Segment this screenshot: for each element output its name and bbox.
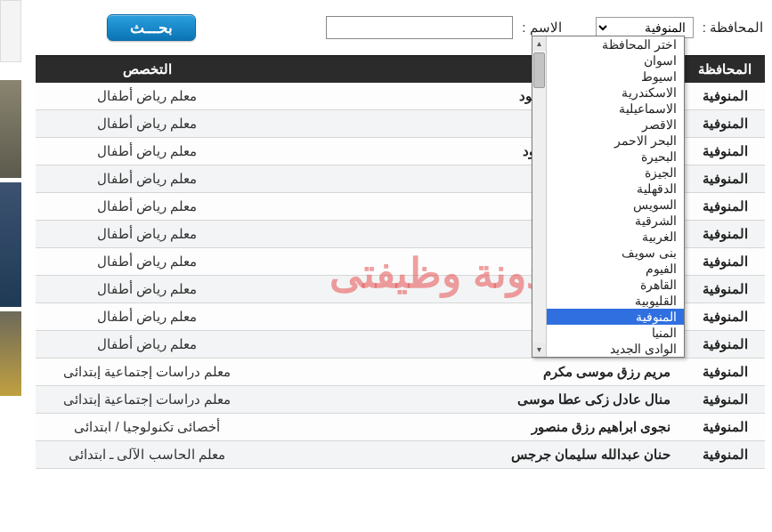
cell-name: حنان عبدالله سليمان جرجس <box>258 441 685 469</box>
cell-governorate: المنوفية <box>685 303 765 331</box>
dropdown-option[interactable]: الدقهلية <box>532 181 684 197</box>
cell-governorate: المنوفية <box>685 359 765 386</box>
dropdown-option[interactable]: القليوبية <box>532 293 684 309</box>
cell-specialty: أخصائى تكنولوجيا / ابتدائى <box>36 414 258 441</box>
cell-specialty: معلم رياض أطفال <box>36 221 258 248</box>
scroll-down-arrow-icon[interactable]: ▾ <box>532 343 546 357</box>
cell-name: نجوى ابراهيم رزق منصور <box>258 414 685 441</box>
cell-specialty: معلم رياض أطفال <box>36 138 258 165</box>
table-row: المنوفيةمنال عادل زكى عطا موسىمعلم دراسا… <box>36 386 765 414</box>
dropdown-option[interactable]: البحيرة <box>532 149 684 165</box>
cell-specialty: معلم دراسات إجتماعية إبتدائى <box>36 386 258 414</box>
cell-governorate: المنوفية <box>685 221 765 248</box>
cell-name: مريم رزق موسى مكرم <box>258 359 685 386</box>
cell-governorate: المنوفية <box>685 248 765 276</box>
cell-specialty: معلم الحاسب الآلى ـ ابتدائى <box>36 441 258 469</box>
cell-governorate: المنوفية <box>685 386 765 414</box>
cell-governorate: المنوفية <box>685 414 765 441</box>
dropdown-option[interactable]: المنوفية <box>532 309 684 325</box>
col-header-specialty: التخصص <box>36 56 258 84</box>
dropdown-option[interactable]: اسيوط <box>532 69 684 85</box>
dropdown-option[interactable]: اسوان <box>532 52 684 69</box>
governorate-dropdown-list[interactable]: ▴ ▾ اختر المحافظةاسواناسيوطالاسكندريةالا… <box>532 36 685 358</box>
cell-governorate: المنوفية <box>685 441 765 469</box>
dropdown-option[interactable]: الفيوم <box>532 261 684 277</box>
scroll-thumb[interactable] <box>533 52 545 88</box>
dropdown-scrollbar[interactable]: ▴ ▾ <box>532 36 547 357</box>
cell-specialty: معلم دراسات إجتماعية إبتدائى <box>36 359 258 386</box>
name-input[interactable] <box>326 16 513 39</box>
cell-name: منال عادل زكى عطا موسى <box>258 386 685 414</box>
cell-specialty: معلم رياض أطفال <box>36 165 258 193</box>
governorate-label: المحافظة : <box>703 20 763 36</box>
scroll-up-arrow-icon[interactable]: ▴ <box>532 36 546 51</box>
table-row: المنوفيةحنان عبدالله سليمان جرجسمعلم الح… <box>36 441 765 469</box>
dropdown-option[interactable]: الشرقية <box>532 213 684 229</box>
dropdown-option[interactable]: الاسكندرية <box>532 85 684 101</box>
dropdown-option[interactable]: الوادى الجديد <box>532 341 684 357</box>
cell-governorate: المنوفية <box>685 331 765 359</box>
search-button[interactable]: بحـــث <box>107 14 196 41</box>
dropdown-option[interactable]: البحر الاحمر <box>532 133 684 149</box>
dropdown-option[interactable]: الاقصر <box>532 117 684 133</box>
cell-governorate: المنوفية <box>685 83 765 110</box>
dropdown-option[interactable]: الغربية <box>532 229 684 245</box>
dropdown-option[interactable]: المنيا <box>532 325 684 341</box>
cell-specialty: معلم رياض أطفال <box>36 276 258 303</box>
cell-specialty: معلم رياض أطفال <box>36 193 258 221</box>
col-header-governorate: المحافظة <box>685 56 765 84</box>
table-row: المنوفيةنجوى ابراهيم رزق منصورأخصائى تكن… <box>36 414 765 441</box>
cell-specialty: معلم رياض أطفال <box>36 331 258 359</box>
dropdown-option[interactable]: اختر المحافظة <box>532 36 684 52</box>
cell-specialty: معلم رياض أطفال <box>36 248 258 276</box>
dropdown-option[interactable]: بنى سويف <box>532 245 684 261</box>
cell-governorate: المنوفية <box>685 165 765 193</box>
dropdown-option[interactable]: القاهرة <box>532 277 684 293</box>
table-row: المنوفيةمريم رزق موسى مكرممعلم دراسات إج… <box>36 359 765 386</box>
cell-specialty: معلم رياض أطفال <box>36 110 258 138</box>
cell-specialty: معلم رياض أطفال <box>36 303 258 331</box>
cell-governorate: المنوفية <box>685 110 765 138</box>
dropdown-option[interactable]: الجيزة <box>532 165 684 181</box>
left-decorative-strip <box>0 0 30 532</box>
cell-specialty: معلم رياض أطفال <box>36 83 258 110</box>
dropdown-option[interactable]: السويس <box>532 197 684 213</box>
cell-governorate: المنوفية <box>685 138 765 165</box>
dropdown-option[interactable]: الاسماعيلية <box>532 101 684 117</box>
name-label: الاسم : <box>522 20 561 36</box>
cell-governorate: المنوفية <box>685 193 765 221</box>
cell-governorate: المنوفية <box>685 276 765 303</box>
